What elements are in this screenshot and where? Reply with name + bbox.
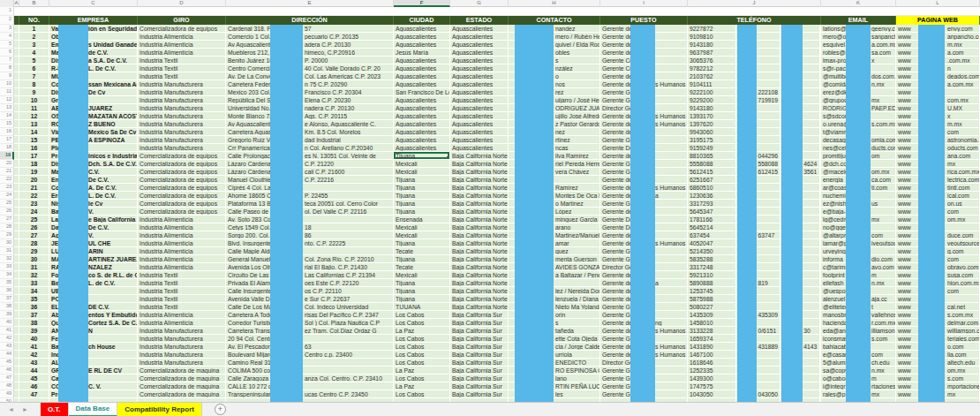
cell-direccion[interactable]: Carretera Transpez Tram. Col.Diaz Ordaz … <box>226 327 394 335</box>
cell-direccion[interactable]: Universidad No.nadera C.P. 20130 <box>226 104 394 112</box>
cell-giro[interactable]: Comercializadora de maquina <box>138 390 226 398</box>
row-number[interactable]: 8 <box>0 64 14 72</box>
cell-direccion[interactable]: Corredor TuristicSol ) Col. Plaza Nautic… <box>226 319 394 327</box>
cell-direccion[interactable]: Benito Juárez 108P. 20000 <box>226 57 394 64</box>
cell-blank[interactable] <box>49 7 138 16</box>
cell-giro[interactable]: Comercializadora de equipos <box>138 208 226 216</box>
tab-ot[interactable]: O.T. <box>41 403 69 416</box>
cell-giro[interactable]: Industria Alimenticia <box>138 223 226 231</box>
cell-ciudad[interactable]: Tijuana <box>394 287 450 295</box>
cell-direccion[interactable]: Sorgo 200. Col. Gr86 <box>226 231 394 239</box>
cell-giro[interactable]: Industria Manufacturera <box>138 80 226 88</box>
cell-no[interactable]: 18 <box>19 160 49 168</box>
cell-giro[interactable]: Industria Manufacturera <box>138 335 226 343</box>
cell-telefono-1[interactable]: 1252335 <box>688 367 736 374</box>
cell-giro[interactable]: Industria Alimenticia <box>138 216 226 223</box>
row-number[interactable]: 7 <box>0 57 14 64</box>
cell-telefono-1[interactable]: 1781166 <box>688 216 736 223</box>
cell-ciudad[interactable]: Tijuana <box>394 184 450 192</box>
cell-telefono-1[interactable]: 1467100 <box>688 351 736 358</box>
cell-no[interactable]: 29 <box>19 247 49 255</box>
cell-direccion[interactable]: Calle Insurgenteos C.P. 22110 <box>226 287 394 295</box>
cell-estado[interactable]: Baja California Sur <box>450 359 509 367</box>
cell-estado[interactable]: Baja California Norte <box>450 239 509 247</box>
cell-blank[interactable] <box>509 7 600 16</box>
row-number[interactable]: 43 <box>0 343 14 351</box>
cell-giro[interactable]: Comercializadora de equipos <box>138 168 226 176</box>
cell-estado[interactable]: Baja California Norte <box>450 216 509 223</box>
row-number[interactable]: 29 <box>0 231 14 239</box>
add-sheet-button[interactable]: + <box>215 404 226 415</box>
cell-direccion[interactable]: Av. Soto 283 Col. <box>226 216 394 223</box>
cell-giro[interactable]: Industria Manufacturera <box>138 112 226 120</box>
cell-ciudad[interactable]: Aguascalientes <box>394 64 450 72</box>
cell-no[interactable]: 42 <box>19 351 49 359</box>
cell-telefono-1[interactable]: 9229200 <box>688 96 736 103</box>
cell-blank[interactable] <box>688 7 821 16</box>
row-number[interactable]: 5 <box>0 41 14 49</box>
cell-telefono-1[interactable]: 3195175 <box>688 136 736 143</box>
cell-estado[interactable]: Aguascalientes <box>450 64 509 72</box>
row-number[interactable]: 28 <box>0 223 14 231</box>
cell-no[interactable]: 21 <box>19 184 49 192</box>
cell-estado[interactable]: Aguascalientes <box>450 128 509 136</box>
cell-telefono-1[interactable]: 6860510 <box>688 184 736 191</box>
cell-no[interactable]: 22 <box>19 192 49 200</box>
cell-telefono-1[interactable]: 9143180 <box>688 104 736 111</box>
row-number[interactable]: 23 <box>0 184 14 192</box>
cell-telefono-1[interactable]: 1397620 <box>688 120 736 127</box>
cell-ciudad[interactable]: Los Cabos <box>394 343 450 351</box>
cell-estado[interactable]: Baja California Norte <box>450 152 509 160</box>
cell-direccion[interactable]: Plataforma 13 Boteca 20051 col. Cerro Co… <box>226 200 394 208</box>
column-header-J[interactable]: J <box>688 0 821 7</box>
row-number[interactable]: 6 <box>0 49 14 57</box>
cell-ciudad[interactable]: Tijuana <box>394 295 450 303</box>
header-no-[interactable]: NO. <box>19 16 49 25</box>
cell-estado[interactable]: Aguascalientes <box>450 72 509 80</box>
cell-giro[interactable]: Industria Manufacturera <box>138 359 226 367</box>
column-header-L[interactable]: L <box>896 0 980 7</box>
cell-direccion[interactable]: Calle Prolongacies N. 13051 Col. Veinte … <box>226 152 394 160</box>
cell-no[interactable]: 12 <box>19 112 49 120</box>
cell-direccion[interactable]: Av Aguascalientee Alonso, Aguascaliente … <box>226 120 394 128</box>
row-number[interactable]: 11 <box>0 88 14 96</box>
cell-estado[interactable]: Baja California Norte <box>450 271 509 279</box>
cell-direccion[interactable]: Av. El Pescador c63 <box>226 343 394 351</box>
cell-giro[interactable]: Industria Textil <box>138 303 226 311</box>
cell-telefono-1[interactable]: 5612415 <box>688 168 736 175</box>
row-number[interactable]: 32 <box>0 255 14 263</box>
row-number[interactable]: 18 <box>0 144 14 152</box>
cell-no[interactable]: 26 <box>19 223 49 231</box>
cell-telefono-1[interactable]: 3065376 <box>688 57 736 64</box>
tab-compatibility-report[interactable]: Compatibility Report <box>117 403 202 416</box>
header-tel-fono[interactable]: TELÉFONO <box>688 16 821 25</box>
cell-estado[interactable]: Baja California Sur <box>450 351 509 359</box>
cell-telefono-1[interactable]: 6251667 <box>688 176 736 183</box>
row-number[interactable]: 46 <box>0 367 14 374</box>
row-number[interactable]: 1 <box>0 7 14 16</box>
header-contacto[interactable]: CONTACTO <box>509 16 600 25</box>
cell-ciudad[interactable]: Aguascalientes <box>394 72 450 80</box>
cell-no[interactable]: 38 <box>19 319 49 327</box>
cell-estado[interactable]: Baja California Sur <box>450 319 509 327</box>
cell-telefono-1[interactable]: 1618646 <box>688 359 736 366</box>
header-estado[interactable]: ESTADO <box>450 16 509 25</box>
cell-no[interactable]: 41 <box>19 343 49 351</box>
row-number[interactable]: 35 <box>0 279 14 287</box>
cell-estado[interactable]: Aguascalientes <box>450 41 509 49</box>
cell-ciudad[interactable]: Aguascalientes <box>394 112 450 120</box>
cell-giro[interactable]: Industria Alimenticia <box>138 231 226 239</box>
cell-no[interactable]: 34 <box>19 287 49 295</box>
cell-direccion[interactable]: General ManuelCol. Zona Rio. C.P. 22010 <box>226 255 394 263</box>
cell-no[interactable]: 1 <box>19 25 49 33</box>
row-number[interactable]: 24 <box>0 192 14 200</box>
cell-giro[interactable]: Industria Manufacturera <box>138 88 226 96</box>
cell-estado[interactable]: Aguascalientes <box>450 112 509 120</box>
cell-giro[interactable]: Comercializadora de maquina <box>138 367 226 374</box>
cell-telefono-1[interactable]: 4052047 <box>688 239 736 246</box>
row-number[interactable]: 36 <box>0 287 14 295</box>
cell-ciudad[interactable]: Tijuana <box>394 239 450 247</box>
cell-direccion[interactable]: 20 94 Col. Centro <box>226 335 394 343</box>
cell-telefono-1[interactable]: 3133228 <box>688 327 736 334</box>
row-number[interactable]: 3 <box>0 25 14 33</box>
